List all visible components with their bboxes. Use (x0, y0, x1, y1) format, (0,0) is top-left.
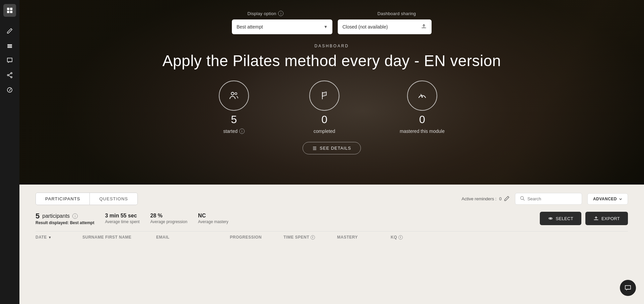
share-icon (7, 72, 13, 78)
list-icon (312, 146, 317, 151)
sort-arrow-date: ▼ (48, 236, 52, 239)
kq-info-icon[interactable]: i (398, 235, 403, 240)
stat-circle-completed (309, 81, 339, 111)
table-header: DATE ▼ SURNAME FIRST NAME EMAIL PROGRESS… (36, 231, 628, 243)
average-mastery-box: NC Average mastery (198, 213, 229, 224)
svg-rect-2 (7, 11, 9, 13)
hero-title: Apply the Pilates method every day - EN … (163, 52, 501, 70)
select-button[interactable]: SELECT (540, 212, 581, 225)
hero-controls: Display option i Dashboard sharing Best … (19, 0, 644, 34)
stat-started-number: 5 (231, 113, 237, 126)
svg-point-21 (549, 218, 550, 219)
select-icon (548, 216, 553, 221)
stat-started-label: started i (223, 129, 245, 134)
svg-rect-6 (7, 47, 12, 48)
tabs: PARTICIPANTS QUESTIONS (36, 193, 138, 205)
grid-icon (6, 7, 13, 14)
hero-section: Display option i Dashboard sharing Best … (19, 0, 644, 185)
layers-icon (7, 43, 13, 49)
chevron-down-icon (619, 197, 622, 201)
result-displayed: Result displayed: Best attempt (36, 220, 94, 225)
col-header-name: SURNAME FIRST NAME (82, 235, 156, 240)
participants-count-block: 5 participants i Result displayed: Best … (36, 212, 94, 225)
search-icon (520, 196, 525, 202)
pencil-icon (7, 28, 13, 34)
svg-point-13 (231, 92, 234, 95)
stat-started: 5 started i (219, 81, 249, 134)
stat-mastered: 0 mastered this module (400, 81, 445, 134)
controls-row: Best attempt ▼ Closed (not available) (232, 19, 432, 34)
tabs-search-row: PARTICIPANTS QUESTIONS Active reminders … (36, 193, 628, 205)
active-reminders: Active reminders : 0 (462, 196, 510, 202)
chat-bubble-icon (624, 284, 632, 292)
display-option-label: Display option i (248, 11, 284, 16)
see-details-button[interactable]: SEE DETAILS (303, 142, 361, 154)
hero-content: DASHBOARD Apply the Pilates method every… (163, 44, 501, 70)
svg-rect-4 (7, 44, 12, 45)
chat-icon (7, 57, 13, 63)
controls-labels: Display option i Dashboard sharing (248, 11, 416, 16)
svg-rect-1 (10, 8, 12, 10)
sidebar (0, 0, 19, 304)
svg-line-10 (9, 73, 11, 75)
advanced-button[interactable]: ADVANCED (587, 193, 628, 205)
average-progression-box: 28 % Average progression (150, 213, 188, 224)
search-input[interactable] (527, 196, 574, 201)
stat-completed-number: 0 (321, 113, 327, 126)
stat-completed-label: completed (314, 129, 335, 134)
svg-point-8 (7, 74, 9, 76)
svg-point-22 (551, 218, 552, 219)
export-icon (593, 216, 599, 221)
stats-row: 5 started i 0 completed (219, 81, 445, 134)
upload-icon (421, 23, 427, 31)
participants-count: 5 participants i (36, 212, 94, 220)
dashboard-sharing-control[interactable]: Closed (not available) (338, 19, 432, 34)
chevron-down-icon: ▼ (324, 24, 328, 29)
tab-participants[interactable]: PARTICIPANTS (36, 193, 90, 205)
sidebar-item-chat[interactable] (4, 54, 16, 66)
col-header-kq: KQ i (391, 235, 431, 240)
edit-reminders-button[interactable] (504, 196, 510, 202)
tab-questions[interactable]: QUESTIONS (90, 193, 137, 205)
time-spent-info-icon[interactable]: i (311, 235, 315, 240)
participants-info: 5 participants i Result displayed: Best … (36, 212, 229, 225)
stat-started-info-icon[interactable]: i (239, 129, 245, 134)
sidebar-item-analytics[interactable] (4, 84, 16, 96)
svg-rect-3 (10, 11, 12, 13)
export-button[interactable]: EXPORT (585, 212, 628, 225)
sidebar-item-share[interactable] (4, 69, 16, 81)
svg-line-20 (523, 199, 524, 201)
average-time-box: 3 min 55 sec Average time spent (105, 213, 139, 224)
stat-circle-started (219, 81, 249, 111)
col-header-date[interactable]: DATE ▼ (36, 235, 82, 240)
dashboard-sharing-label: Dashboard sharing (377, 11, 416, 16)
right-controls: Active reminders : 0 ADVANCE (462, 193, 628, 205)
col-header-email: EMAIL (156, 235, 230, 240)
chat-support-button[interactable] (620, 280, 636, 296)
display-option-dropdown[interactable]: Best attempt ▼ (232, 19, 332, 34)
sidebar-logo[interactable] (3, 4, 16, 17)
svg-point-15 (422, 96, 423, 98)
svg-line-11 (9, 75, 11, 77)
search-box (515, 193, 582, 205)
participants-summary: 5 participants i Result displayed: Best … (36, 212, 628, 225)
stat-mastered-number: 0 (419, 113, 425, 126)
svg-point-14 (235, 93, 237, 95)
svg-point-9 (11, 77, 12, 78)
stat-completed: 0 completed (309, 81, 339, 134)
col-header-progression: PROGRESSION (230, 235, 283, 240)
svg-point-7 (11, 72, 12, 74)
stat-circle-mastered (407, 81, 437, 111)
stat-mastered-label: mastered this module (400, 129, 445, 134)
pencil-icon (504, 196, 510, 201)
col-header-time-spent: TIME SPENT i (283, 235, 337, 240)
gauge-icon (416, 90, 428, 102)
display-option-info-icon[interactable]: i (278, 11, 283, 16)
svg-rect-5 (7, 46, 12, 47)
people-icon (229, 90, 239, 101)
sidebar-item-layers[interactable] (4, 40, 16, 52)
col-header-mastery: MASTERY (337, 235, 391, 240)
participants-info-icon[interactable]: i (72, 213, 78, 219)
sidebar-item-edit[interactable] (4, 25, 16, 37)
action-buttons: SELECT EXPORT (540, 212, 628, 225)
